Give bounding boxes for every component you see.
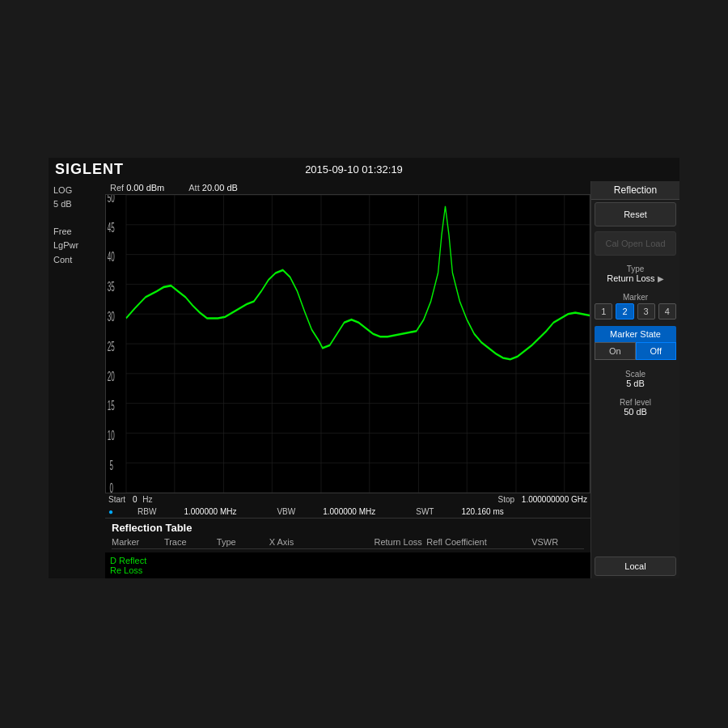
- right-panel: Reflection Reset Cal Open Load Type Retu…: [590, 181, 679, 578]
- marker-btn-3[interactable]: 3: [637, 303, 655, 320]
- start-label: Start: [108, 495, 125, 504]
- d-reflect: D Reflect Re Loss: [105, 552, 590, 578]
- svg-text:20: 20: [108, 370, 115, 384]
- rbw-row: ● RBW 1.000000 MHz VBW 1.000000 MHz SWT …: [105, 506, 590, 518]
- marker-btn-4[interactable]: 4: [658, 303, 676, 320]
- right-panel-title: Reflection: [591, 181, 679, 200]
- scale-label: Scale: [591, 370, 679, 379]
- ref-level-label: Ref level: [591, 398, 679, 407]
- scale-section: Scale 5 dB: [591, 366, 679, 388]
- col-marker: Marker: [112, 537, 164, 547]
- col-xaxis: X Axis: [269, 537, 375, 547]
- chart-area: Ref 0.00 dBm Att 20.00 dB: [105, 181, 590, 578]
- svg-text:30: 30: [108, 310, 115, 324]
- ref-level-section: Ref level 50 dB: [591, 395, 679, 417]
- scale-type: LOG: [53, 184, 100, 197]
- type-section: Type Return Loss ▶: [591, 261, 679, 283]
- svg-text:35: 35: [108, 280, 115, 294]
- col-vswr: VSWR: [531, 537, 584, 547]
- local-button[interactable]: Local: [595, 557, 676, 576]
- marker-section: Marker 1 2 3 4: [591, 290, 679, 321]
- reset-button[interactable]: Reset: [595, 202, 676, 226]
- chart-container: 50 45 40 35 30 25 20 15 10 5 0: [105, 194, 590, 493]
- marker-off-button[interactable]: Off: [636, 342, 677, 360]
- d-reflect-line2: Re Loss: [110, 565, 586, 575]
- att-label: Att 20.00 dB: [188, 183, 238, 193]
- rbw-label: RBW: [138, 507, 156, 516]
- marker-state-row: On Off: [595, 342, 676, 360]
- top-bar: SIGLENT 2015-09-10 01:32:19: [49, 158, 679, 181]
- svg-text:10: 10: [108, 429, 115, 443]
- mode-free: Free: [53, 226, 100, 238]
- stop-label: Stop: [497, 495, 514, 504]
- swt-value: 120.160 ms: [461, 507, 503, 516]
- stop-value: 1.000000000 GHz: [522, 495, 587, 504]
- cal-open-load-button[interactable]: Cal Open Load: [595, 231, 676, 256]
- svg-text:25: 25: [108, 340, 115, 354]
- rbw-value: 1.000000 MHz: [184, 507, 236, 516]
- marker-state-label: Marker State: [595, 326, 676, 342]
- swt-label: SWT: [416, 507, 434, 516]
- svg-text:15: 15: [108, 399, 115, 413]
- mode-cont: Cont: [53, 254, 100, 266]
- start-unit: Hz: [142, 495, 152, 504]
- marker-btn-2[interactable]: 2: [616, 303, 633, 320]
- reflection-table-section: Reflection Table Marker Trace Type X Axi…: [105, 518, 590, 552]
- mode-lgpwr: LgPwr: [53, 239, 100, 252]
- left-panel: LOG 5 dB Free LgPwr Cont: [49, 181, 105, 578]
- svg-text:50: 50: [108, 195, 115, 205]
- scale-value: 5 dB: [591, 379, 679, 388]
- col-reflcoef: Refl Coefficient: [426, 537, 531, 547]
- chart-header: Ref 0.00 dBm Att 20.00 dB: [105, 181, 590, 194]
- col-type: Type: [217, 537, 269, 547]
- ref-level-value: 50 dB: [591, 407, 679, 417]
- type-value: Return Loss ▶: [591, 273, 679, 283]
- svg-text:45: 45: [108, 221, 115, 235]
- col-returnloss: Return Loss: [374, 537, 426, 547]
- logo: SIGLENT: [55, 161, 124, 178]
- vbw-label: VBW: [277, 507, 295, 516]
- vbw-value: 1.000000 MHz: [323, 507, 375, 516]
- d-reflect-line1: D Reflect: [110, 556, 586, 565]
- ref-label: Ref 0.00 dBm: [110, 183, 164, 193]
- svg-text:0: 0: [109, 481, 112, 493]
- spectrum-chart: 50 45 40 35 30 25 20 15 10 5 0: [106, 195, 590, 493]
- marker-btn-1[interactable]: 1: [595, 303, 612, 320]
- svg-text:40: 40: [108, 251, 115, 265]
- table-header: Marker Trace Type X Axis Return Loss Ref…: [112, 537, 584, 549]
- svg-text:5: 5: [109, 459, 112, 473]
- type-label: Type: [591, 265, 679, 273]
- reflection-title: Reflection Table: [112, 522, 584, 534]
- marker-row: 1 2 3 4: [595, 303, 676, 320]
- marker-label: Marker: [591, 293, 679, 302]
- marker-on-button[interactable]: On: [595, 342, 636, 360]
- datetime: 2015-09-10 01:32:19: [305, 163, 403, 176]
- scale-value: 5 dB: [53, 198, 100, 210]
- col-trace: Trace: [164, 537, 217, 547]
- start-value: 0: [133, 495, 138, 504]
- chart-start-stop: Start 0 Hz Stop 1.000000000 GHz: [105, 493, 590, 506]
